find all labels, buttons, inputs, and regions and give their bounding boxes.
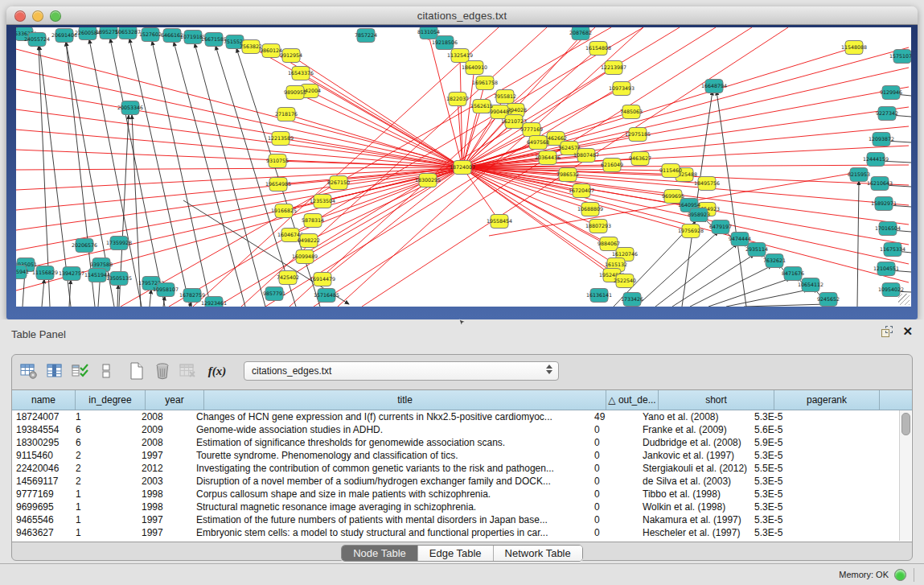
graph-node[interactable]: 10653287	[115, 27, 141, 39]
graph-node[interactable]: 9129946	[880, 86, 902, 100]
graph-node[interactable]: 7632621	[763, 254, 786, 268]
graph-node[interactable]: 1733426	[621, 293, 643, 307]
graph-node[interactable]: 7425402	[277, 271, 299, 285]
graph-node[interactable]: 7955812	[494, 90, 516, 104]
graph-node[interactable]: 10973493	[609, 82, 634, 96]
graph-node[interactable]: 18300295	[415, 174, 441, 187]
graph-node[interactable]: 12104551	[873, 262, 899, 276]
graph-node[interactable]: 5878314	[302, 214, 324, 228]
select-rows-button[interactable]	[70, 360, 91, 381]
graph-node[interactable]: 16961758	[472, 76, 498, 90]
tab-node-table[interactable]: Node Table	[342, 546, 418, 561]
graph-node[interactable]: 10807487	[573, 149, 599, 163]
table-row[interactable]: 1872400712008Changes of HCN gene express…	[12, 410, 912, 423]
graph-node[interactable]: 10654112	[798, 278, 823, 292]
graph-node[interactable]: 9115460	[659, 164, 682, 178]
new-table-button[interactable]	[126, 360, 147, 381]
graph-node[interactable]: 16720407	[569, 184, 594, 198]
graph-node[interactable]: 20691406	[51, 29, 77, 43]
graph-node[interactable]: 13505135	[106, 272, 132, 286]
table-row[interactable]: 977716911998Corpus callosum shape and si…	[12, 488, 912, 501]
graph-node[interactable]: 18807293	[585, 220, 611, 233]
graph-node[interactable]: 12444159	[863, 153, 889, 167]
graph-node[interactable]: 8215953	[848, 168, 870, 182]
graph-node[interactable]: 10688809	[577, 203, 603, 216]
graph-node[interactable]: 1562615	[470, 100, 493, 113]
resize-grip-icon[interactable]	[898, 294, 910, 305]
graph-node[interactable]: 19654985	[265, 178, 291, 192]
stacked-squares-button[interactable]	[96, 360, 117, 381]
graph-node[interactable]: 19166825	[271, 204, 297, 218]
show-column-button[interactable]	[44, 360, 65, 381]
delete-entry-button[interactable]	[152, 360, 173, 381]
column-header-year[interactable]: year	[146, 390, 204, 410]
graph-node[interactable]: 7986532	[556, 168, 579, 182]
citation-network-graph[interactable]: 1633625124055724206914062260058418952756…	[16, 27, 911, 307]
graph-node[interactable]: 20364436	[535, 151, 561, 165]
vertical-scrollbar[interactable]	[899, 410, 911, 541]
scrollbar-thumb[interactable]	[901, 413, 910, 435]
table-row[interactable]: 1456911722003Disruption of a novel membe…	[12, 475, 912, 488]
graph-node[interactable]: 8267150	[327, 176, 350, 190]
graph-node[interactable]: 18495756	[694, 177, 720, 191]
graph-node[interactable]: 6479197	[709, 220, 732, 234]
graph-node[interactable]: 15716485	[314, 289, 339, 303]
network-canvas[interactable]: 1633625124055724206914062260058418952756…	[16, 27, 911, 307]
tab-network-table[interactable]: Network Table	[494, 546, 582, 561]
graph-node[interactable]: 11156829	[32, 266, 58, 280]
graph-node[interactable]: 6497568	[527, 136, 549, 150]
column-header-short[interactable]: short	[659, 390, 774, 410]
table-row[interactable]: 911546021997Tourette syndrome. Phenomeno…	[12, 449, 912, 462]
graph-node[interactable]: 9310755	[266, 154, 289, 168]
graph-node[interactable]: 9474444	[729, 233, 751, 246]
table-selector-dropdown[interactable]: citations_edges.txt	[244, 361, 559, 381]
graph-node[interactable]: 7857224	[355, 29, 377, 43]
graph-node[interactable]: 9890955	[284, 86, 306, 100]
graph-node[interactable]: 20206576	[72, 239, 97, 253]
graph-node[interactable]: 16154808	[585, 42, 611, 56]
graph-node[interactable]: 2087682	[569, 27, 592, 40]
graph-node[interactable]: 16136141	[586, 289, 612, 303]
column-header-title[interactable]: title	[204, 390, 606, 410]
graph-node[interactable]: 9912954	[280, 49, 302, 63]
column-header-in_degree[interactable]: in_degree	[76, 390, 146, 410]
column-header-out_de[interactable]: △ out_de...	[606, 390, 659, 410]
graph-node[interactable]: 9245652	[817, 293, 840, 307]
graph-node[interactable]: 19218506	[432, 36, 458, 50]
graph-node[interactable]: 2935114	[745, 243, 768, 257]
graph-node[interactable]: 1822037	[446, 93, 469, 106]
graph-node[interactable]: 16099489	[292, 250, 318, 264]
graph-node[interactable]: 16543376	[288, 67, 314, 80]
graph-node[interactable]: 12975185	[625, 128, 651, 142]
graph-node[interactable]: 12213987	[601, 61, 626, 75]
table-row[interactable]: 1938455462009Genome-wide association stu…	[12, 423, 912, 436]
window-titlebar[interactable]: citations_edges.txt	[6, 6, 918, 25]
graph-node[interactable]: 12213589	[268, 132, 294, 146]
table-row[interactable]: 946554611997Estimation of the future num…	[12, 513, 912, 526]
graph-node[interactable]: 16914479	[310, 273, 335, 286]
function-builder-button[interactable]: f(x)	[207, 360, 228, 381]
graph-node[interactable]: 9860124	[260, 44, 282, 58]
graph-node[interactable]: 20053346	[117, 101, 143, 115]
graph-node[interactable]: 6216049	[601, 159, 623, 172]
column-header-name[interactable]: name	[12, 390, 76, 410]
graph-node[interactable]: 11675334	[880, 243, 906, 257]
graph-node[interactable]: 24055724	[24, 33, 50, 47]
graph-node[interactable]: 19558454	[487, 215, 512, 229]
minimize-traffic-light[interactable]	[32, 10, 43, 22]
graph-node[interactable]: 11325419	[447, 49, 473, 63]
graph-node[interactable]: 18724007	[450, 161, 475, 175]
graph-node[interactable]: 9227342	[876, 107, 898, 121]
graph-node[interactable]: 7485063	[620, 105, 643, 119]
table-settings-button[interactable]	[18, 360, 39, 381]
graph-node[interactable]: 11548088	[841, 41, 867, 55]
graph-node[interactable]: 12093872	[869, 133, 894, 146]
graph-node[interactable]: 2718176	[275, 108, 298, 122]
close-traffic-light[interactable]	[14, 10, 26, 22]
graph-node[interactable]: 9498222	[298, 234, 320, 248]
graph-node[interactable]: 9857791	[263, 287, 285, 301]
graph-node[interactable]: 1527602	[139, 28, 162, 42]
table-header-row[interactable]: namein_degreeyeartitle△ out_de...shortpa…	[12, 390, 912, 410]
graph-node[interactable]: 18640910	[462, 61, 487, 75]
tab-edge-table[interactable]: Edge Table	[418, 546, 494, 561]
